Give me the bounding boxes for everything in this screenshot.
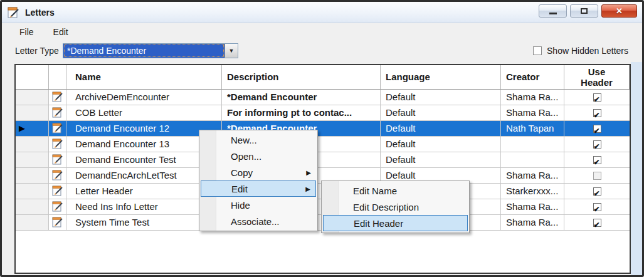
row-icon-cell[interactable] <box>49 121 66 136</box>
use-header-checkbox[interactable] <box>593 125 601 133</box>
row-icon-cell[interactable] <box>49 105 66 120</box>
letter-pen-icon <box>52 123 63 134</box>
use-header-checkbox[interactable] <box>593 93 601 102</box>
cell-use-header[interactable] <box>564 215 630 230</box>
cell-language[interactable]: Default <box>381 105 501 120</box>
menu-edit[interactable]: Edit <box>46 25 76 39</box>
cell-creator[interactable] <box>501 152 564 167</box>
use-header-checkbox[interactable] <box>593 156 601 164</box>
header-language[interactable]: Language <box>381 65 501 89</box>
use-header-checkbox[interactable] <box>593 203 601 211</box>
table-row[interactable]: ▶ COB Letter For informing pt to contac.… <box>16 105 630 121</box>
menu-item-associate[interactable]: Associate... <box>199 213 317 229</box>
header-icon-column <box>49 65 66 89</box>
menu-item-label: New... <box>231 135 257 145</box>
row-selector-cell[interactable]: ▶ <box>16 215 49 230</box>
cell-use-header[interactable] <box>564 168 630 183</box>
use-header-checkbox[interactable] <box>593 109 601 117</box>
row-icon-cell[interactable] <box>49 168 66 183</box>
header-description[interactable]: Description <box>222 65 381 89</box>
show-hidden-letters: Show Hidden Letters <box>533 46 628 56</box>
letter-pen-icon <box>52 91 63 103</box>
menu-item-open[interactable]: Open... <box>199 148 317 164</box>
right-margin-strip <box>631 62 642 275</box>
toolbar: Letter Type *Demand Encounter ▼ Show Hid… <box>2 40 642 62</box>
cell-use-header[interactable] <box>564 199 630 214</box>
context-menu-items: New... Open... Copy ▶ Edit ▶ Hide Associ… <box>199 132 317 229</box>
use-header-checkbox[interactable] <box>593 172 601 180</box>
row-select-arrow: ▶ <box>19 123 25 133</box>
row-selector-cell[interactable]: ▶ <box>16 168 49 183</box>
submenu-arrow-icon: ▶ <box>306 169 311 176</box>
menu-item-label: Edit Name <box>353 186 397 196</box>
cell-use-header[interactable] <box>564 90 630 105</box>
cell-language[interactable]: Default <box>381 90 501 105</box>
table-row[interactable]: ▶ Demand Encounter Test *Demand Encounte… <box>16 152 630 168</box>
use-header-checkbox[interactable] <box>593 140 601 149</box>
table-row[interactable]: ▶ ArchiveDemEncounter *Demand Encounter … <box>16 90 630 105</box>
menu-item-label: Edit Description <box>353 202 419 212</box>
menu-bar: File Edit <box>2 23 642 40</box>
cell-use-header[interactable] <box>564 105 630 120</box>
menu-item-edit[interactable]: Edit ▶ <box>201 180 316 197</box>
use-header-checkbox[interactable] <box>593 219 601 227</box>
menu-item-copy[interactable]: Copy ▶ <box>199 164 317 180</box>
letter-type-dropdown[interactable]: *Demand Encounter ▼ <box>63 43 238 58</box>
maximize-button[interactable] <box>570 4 598 18</box>
menu-item-new[interactable]: New... <box>199 132 317 148</box>
row-icon-cell[interactable] <box>49 199 66 214</box>
cell-creator[interactable]: Starkerxxx... <box>501 184 564 199</box>
title-bar[interactable]: Letters ✕ <box>2 2 642 23</box>
cell-creator[interactable] <box>501 137 564 152</box>
menu-item-label: Edit Header <box>354 218 403 229</box>
row-selector-cell[interactable]: ▶ <box>16 199 49 214</box>
cell-use-header[interactable] <box>564 137 630 152</box>
table-row[interactable]: ▶ Demand Encounter 12 *Demand Encounter … <box>16 121 630 137</box>
show-hidden-checkbox[interactable] <box>533 46 542 55</box>
dropdown-arrow-button[interactable]: ▼ <box>224 44 238 58</box>
cell-description[interactable]: For informing pt to contac... <box>222 105 381 120</box>
close-button[interactable]: ✕ <box>601 4 637 18</box>
row-selector-cell[interactable]: ▶ <box>16 137 49 152</box>
cell-name[interactable]: COB Letter <box>66 105 222 120</box>
cell-creator[interactable]: Shama Ra... <box>501 90 564 105</box>
row-selector-cell[interactable]: ▶ <box>16 90 49 105</box>
cell-creator[interactable]: Nath Tapan <box>501 121 564 136</box>
header-name[interactable]: Name <box>66 65 222 89</box>
row-icon-cell[interactable] <box>49 215 66 230</box>
cell-language[interactable]: Default <box>381 121 501 136</box>
cell-use-header[interactable] <box>564 121 630 136</box>
use-header-checkbox[interactable] <box>593 187 601 196</box>
row-icon-cell[interactable] <box>49 90 66 105</box>
row-selector-cell[interactable]: ▶ <box>16 152 49 167</box>
menu-item-edit-name[interactable]: Edit Name <box>322 182 469 199</box>
cell-use-header[interactable] <box>564 152 630 167</box>
header-use-header[interactable]: UseHeader <box>564 65 630 89</box>
cell-creator[interactable]: Shama Ra... <box>501 215 564 230</box>
header-creator[interactable]: Creator <box>501 65 564 89</box>
row-icon-cell[interactable] <box>49 184 66 199</box>
cell-creator[interactable]: Shama Ra... <box>501 105 564 120</box>
cell-creator[interactable]: Shama Ra... <box>501 168 564 183</box>
row-selector-cell[interactable]: ▶ <box>16 105 49 120</box>
menu-file[interactable]: File <box>12 25 41 39</box>
row-icon-cell[interactable] <box>49 152 66 167</box>
minimize-button[interactable] <box>539 4 567 18</box>
cell-name[interactable]: ArchiveDemEncounter <box>66 90 222 105</box>
row-selector-cell[interactable]: ▶ <box>16 121 49 136</box>
table-row[interactable]: ▶ Demand Encounter 13 *Demand Encounter … <box>16 137 630 152</box>
cell-creator[interactable]: Shama Ra... <box>501 199 564 214</box>
cell-use-header[interactable] <box>564 184 630 199</box>
menu-item-label: Hide <box>231 200 250 211</box>
cell-language[interactable]: Default <box>381 152 501 167</box>
cell-description[interactable]: *Demand Encounter <box>222 90 381 105</box>
letter-type-value[interactable]: *Demand Encounter <box>63 44 224 58</box>
row-selector-cell[interactable]: ▶ <box>16 184 49 199</box>
row-icon-cell[interactable] <box>49 137 66 152</box>
window-controls: ✕ <box>539 4 637 18</box>
menu-item-edit-header[interactable]: Edit Header <box>323 215 468 231</box>
menu-item-edit-description[interactable]: Edit Description <box>322 199 469 215</box>
cell-language[interactable]: Default <box>381 137 501 152</box>
letter-pen-icon <box>52 170 63 181</box>
menu-item-hide[interactable]: Hide <box>199 197 317 213</box>
